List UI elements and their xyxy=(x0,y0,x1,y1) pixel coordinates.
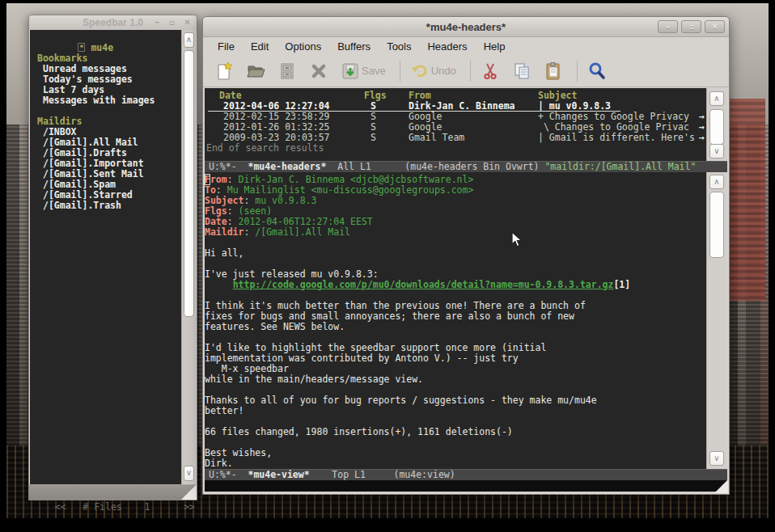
body-link[interactable]: http://code.google.com/p/mu0/downloads/d… xyxy=(233,279,614,290)
headers-modeline: U:%*- *mu4e-headers* All L1 (mu4e-header… xyxy=(205,161,727,172)
close-icon[interactable]: ✕ xyxy=(184,16,191,29)
message-scrollbar[interactable]: ∧ ∨ xyxy=(706,172,727,469)
truncation-arrow-icon: → xyxy=(699,133,705,143)
file-cabinet-icon xyxy=(277,61,297,81)
field-colon: : xyxy=(227,216,239,227)
modeline-position: Top L1 (mu4e:view) xyxy=(310,469,455,480)
field-label: Maildir xyxy=(205,226,244,238)
field-label: To xyxy=(205,184,216,196)
column-subject[interactable]: Subject xyxy=(538,91,706,101)
speedbar-root-mu4e[interactable]: mu4e xyxy=(91,42,113,53)
scroll-down-icon[interactable]: ∨ xyxy=(709,144,724,158)
message-view: From: Dirk-Jan C. Binnema <djcb@djcbsoft… xyxy=(205,172,706,469)
new-file-icon xyxy=(214,61,234,81)
field-value: 2012-04-06T12:27:04 EEST xyxy=(239,216,373,227)
undo-button[interactable]: Undo xyxy=(410,61,456,81)
toolbar-separator xyxy=(400,61,400,82)
clipboard-icon xyxy=(544,61,563,81)
field-value: Dirk-Jan C. Binnema <djcb@djcbsoftware.n… xyxy=(239,174,474,185)
field-value: Mu Mailinglist <mu-discuss@googlegroups.… xyxy=(227,184,474,196)
body-line: I think it's much better than the previo… xyxy=(205,301,706,311)
body-line: Hi all, xyxy=(205,248,706,259)
paste-button[interactable] xyxy=(544,61,563,81)
maximize-icon[interactable]: ▫ xyxy=(169,16,175,29)
save-icon xyxy=(341,61,360,81)
save-label: Save xyxy=(362,65,386,77)
search-button[interactable] xyxy=(587,61,607,81)
menu-headers[interactable]: Headers xyxy=(419,40,475,53)
message-field: Subject: mu v0.9.8.3 xyxy=(205,196,706,206)
field-colon: : xyxy=(244,226,255,238)
menu-file[interactable]: File xyxy=(210,40,243,53)
message-field: Maildir: /[Gmail].All Mail xyxy=(205,227,706,238)
emacs-titlebar[interactable]: *mu4e-headers* – ▫ ✕ xyxy=(203,17,729,37)
field-value: mu v0.9.8.3 xyxy=(255,195,316,206)
minimize-icon[interactable]: – xyxy=(658,20,678,33)
modeline-buffer-name: *mu4e-view* xyxy=(248,469,309,480)
dired-button[interactable] xyxy=(277,61,297,81)
speedbar-item[interactable]: Messages with images xyxy=(33,95,181,106)
field-value: (seen) xyxy=(239,205,273,217)
cell-subject: | Gmail is different. Here's xyxy=(538,133,706,143)
scroll-down-icon[interactable]: ∨ xyxy=(709,451,724,466)
body-line xyxy=(205,332,706,343)
scroll-up-icon[interactable]: ∧ xyxy=(709,175,724,189)
menu-buffers[interactable]: Buffers xyxy=(329,40,379,53)
field-label: Date xyxy=(205,216,227,227)
speedbar-root-line: *mu4e xyxy=(33,32,181,43)
menu-options[interactable]: Options xyxy=(277,40,329,53)
search-icon xyxy=(587,61,607,81)
end-of-results-text: End of search results xyxy=(205,143,706,154)
header-row[interactable]: 2009-03-23 20:03:57SGmail Team| Gmail is… xyxy=(205,133,706,143)
echo-area[interactable] xyxy=(205,480,727,492)
speedbar-title: Speedbar 1.0 xyxy=(83,17,143,28)
body-line xyxy=(205,437,706,448)
menu-edit[interactable]: Edit xyxy=(243,40,277,53)
emacs-frame-content: DateFlgsFromSubject 2012-04-06 12:27:04S… xyxy=(205,88,727,492)
scroll-up-icon[interactable]: ∧ xyxy=(184,32,194,48)
speedbar-titlebar[interactable]: Speedbar 1.0 – ▫ ✕ xyxy=(29,15,197,30)
cell-date: 2009-03-23 20:03:57 xyxy=(223,133,364,143)
speedbar-modeline: << # Files 1 >> xyxy=(29,484,197,500)
menu-tools[interactable]: Tools xyxy=(379,40,419,53)
cell-from: Gmail Team xyxy=(409,133,538,143)
body-line xyxy=(205,290,706,301)
body-line: implementation was contributed by Antono… xyxy=(205,353,706,364)
body-line xyxy=(205,385,706,395)
body-line: while in the main/headers/message view. xyxy=(205,374,706,385)
body-line: http://code.google.com/p/mu0/downloads/d… xyxy=(205,280,706,290)
menu-help[interactable]: Help xyxy=(476,40,514,53)
cut-button[interactable] xyxy=(481,61,500,81)
close-buffer-button[interactable] xyxy=(309,61,328,81)
speedbar-window: Speedbar 1.0 – ▫ ✕ *mu4e BookmarksUnread… xyxy=(28,15,197,500)
speedbar-scrollbar[interactable]: ∧ ∨ xyxy=(181,30,196,484)
toolbar-separator xyxy=(577,61,578,82)
scrollbar-thumb[interactable] xyxy=(184,50,194,317)
expand-button[interactable]: * xyxy=(78,43,85,52)
headers-scrollbar[interactable]: ∧ ∨ xyxy=(706,88,727,161)
resize-grip[interactable] xyxy=(714,479,728,493)
window-title: *mu4e-headers* xyxy=(426,21,506,33)
modeline-status: U:%*- xyxy=(209,469,248,480)
toolbar-separator xyxy=(470,61,471,82)
scroll-up-icon[interactable]: ∧ xyxy=(709,91,724,106)
mu4e-headers-pane: DateFlgsFromSubject 2012-04-06 12:27:04S… xyxy=(205,88,727,161)
new-file-button[interactable] xyxy=(214,61,234,81)
resize-grip[interactable] xyxy=(181,484,197,500)
modeline-status: U:%*- xyxy=(209,161,248,172)
copy-icon xyxy=(512,61,531,81)
save-button[interactable]: Save xyxy=(341,61,386,81)
copy-button[interactable] xyxy=(512,61,531,81)
scrollbar-thumb[interactable] xyxy=(709,192,724,258)
minimize-icon[interactable]: – xyxy=(155,16,159,29)
maximize-icon[interactable]: ▫ xyxy=(681,20,701,33)
body-line: features. See NEWS below. xyxy=(205,322,706,332)
body-line: M-x speedbar xyxy=(205,364,706,374)
speedbar-item[interactable]: /[Gmail].Trash xyxy=(33,201,181,211)
open-file-button[interactable] xyxy=(246,61,265,81)
body-line: Dirk. xyxy=(205,458,706,469)
field-colon: : xyxy=(227,174,239,185)
close-icon[interactable]: ✕ xyxy=(705,20,725,33)
scroll-down-icon[interactable]: ∨ xyxy=(184,466,194,481)
scrollbar-thumb[interactable] xyxy=(709,109,724,145)
